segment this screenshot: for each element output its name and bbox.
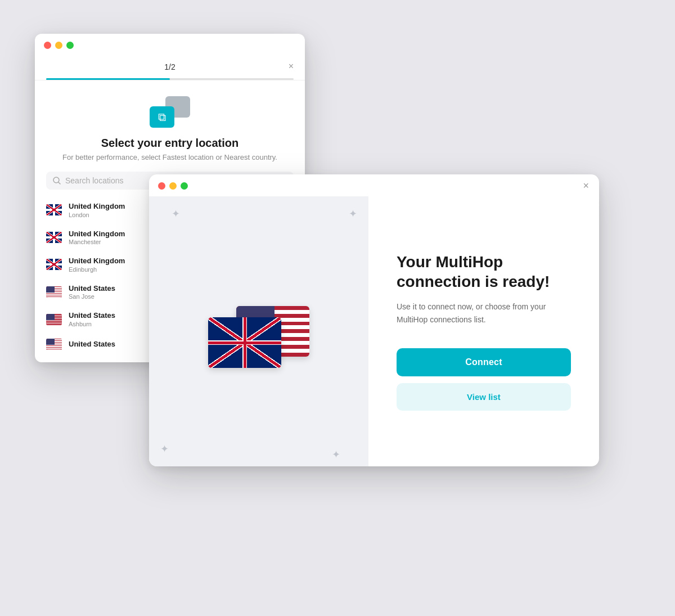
flag-us-icon: [46, 314, 62, 325]
flag-uk-icon: [46, 259, 62, 270]
multihop-icon: ⧉: [158, 111, 166, 124]
progress-bar: [46, 78, 294, 80]
uk-flag-cross2: [208, 317, 281, 368]
svg-line-1: [58, 182, 60, 184]
back-window-close-button[interactable]: ×: [289, 62, 294, 71]
success-description: Use it to connect now, or choose from yo…: [397, 300, 571, 326]
view-list-button[interactable]: View list: [397, 383, 571, 411]
flag-uk-icon: [46, 232, 62, 243]
flag-us-canton: [46, 339, 55, 345]
icon-front-box: ⧉: [150, 106, 174, 128]
icon-area: ⧉: [35, 80, 305, 137]
uk-flag-large: [208, 317, 281, 368]
title-row: 1/2 ×: [46, 57, 294, 76]
step-label: 1/2: [164, 62, 175, 71]
search-icon: [53, 177, 61, 185]
tl-minimize[interactable]: [55, 42, 62, 49]
flag-us-canton: [46, 314, 55, 320]
back-window-subtitle: For better performance, select Fastest l…: [35, 153, 305, 161]
flag-us-icon: [46, 286, 62, 298]
sparkle-icon-4: ✦: [332, 448, 340, 461]
tl-minimize[interactable]: [169, 182, 177, 190]
front-window-close-button[interactable]: ×: [583, 181, 589, 191]
right-panel: Your MultiHop connection is ready! Use i…: [368, 196, 599, 466]
flag-uk-cross: [46, 259, 62, 270]
tl-close[interactable]: [44, 42, 51, 49]
front-traffic-lights: [158, 182, 590, 190]
back-window-title: Select your entry location: [35, 137, 305, 150]
success-title: Your MultiHop connection is ready!: [397, 252, 571, 291]
sparkle-icon-2: ✦: [349, 208, 357, 220]
flag-us-canton: [46, 286, 55, 293]
flags-illustration: ★ ★ ★ ★ ★ ★ ★ ★ ★: [208, 295, 309, 368]
front-window-content: ✦ ✦ ✦ ✦ ★ ★ ★ ★ ★ ★ ★ ★: [149, 196, 599, 466]
connect-button[interactable]: Connect: [397, 348, 571, 376]
front-window-top-bar: ×: [149, 174, 599, 196]
flag-uk-cross: [46, 204, 62, 215]
tl-close[interactable]: [158, 182, 165, 190]
traffic-lights: [35, 34, 305, 57]
tl-fullscreen[interactable]: [66, 42, 74, 49]
flag-uk-cross: [46, 232, 62, 243]
icon-stack: ⧉: [150, 96, 190, 128]
tl-fullscreen[interactable]: [181, 182, 188, 190]
flag-uk-icon: [46, 204, 62, 215]
back-window-header: 1/2 ×: [35, 57, 305, 80]
sparkle-icon-3: ✦: [160, 443, 169, 455]
flag-us-icon: [46, 339, 62, 350]
sparkle-icon-1: ✦: [172, 208, 180, 220]
progress-fill: [46, 78, 170, 80]
left-panel: ✦ ✦ ✦ ✦ ★ ★ ★ ★ ★ ★ ★ ★: [149, 196, 368, 466]
front-window: × ✦ ✦ ✦ ✦ ★ ★ ★ ★ ★ ★: [149, 174, 599, 466]
